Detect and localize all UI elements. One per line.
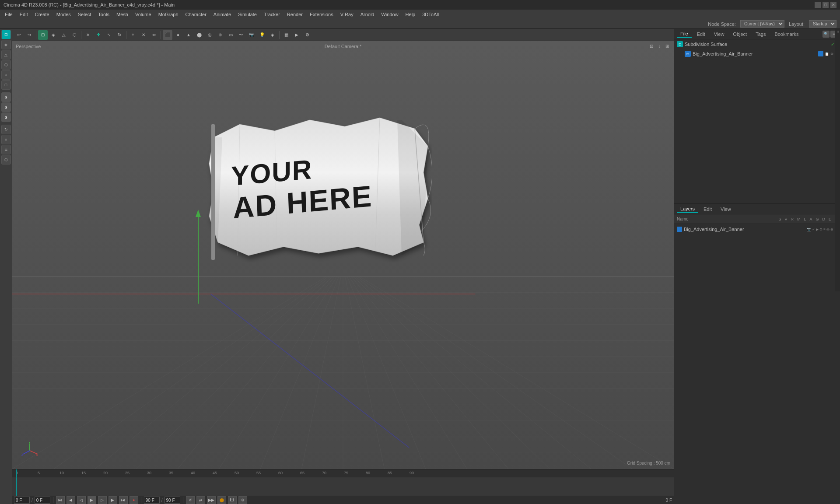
om-tab-bookmarks[interactable]: Bookmarks	[771, 31, 802, 38]
minimize-button[interactable]: —	[815, 2, 821, 8]
spline-btn[interactable]: 〜	[236, 30, 246, 40]
lp-tab-edit[interactable]: Edit	[700, 206, 715, 213]
om-search-icon[interactable]: 🔍	[822, 31, 830, 38]
tool-move[interactable]: ⊡	[1, 30, 11, 39]
go-start-button[interactable]: ⏮	[56, 496, 65, 504]
menu-file[interactable]: File	[2, 11, 16, 18]
mirror-btn[interactable]: ⇔	[149, 30, 159, 40]
menu-animate[interactable]: Animate	[210, 11, 234, 18]
om-item-banner[interactable]: ▭ Big_Advertising_Air_Banner 📋 ⚙ ◈	[674, 49, 840, 59]
menu-character[interactable]: Character	[182, 11, 210, 18]
tool-loop[interactable]: ↻	[1, 125, 11, 134]
menu-tools[interactable]: Tools	[95, 11, 112, 18]
play-all-btn[interactable]: ▶▶	[207, 496, 216, 504]
play-button[interactable]: ▶	[88, 496, 96, 504]
tool-s2[interactable]: S	[1, 102, 11, 112]
plane-btn[interactable]: ▭	[226, 30, 235, 40]
om-tab-file[interactable]: File	[677, 30, 692, 38]
cube-btn[interactable]: ⬛	[163, 30, 172, 40]
record-options-btn[interactable]: ⚙	[238, 496, 247, 504]
capsule-btn[interactable]: ⊕	[215, 30, 225, 40]
om-tab-edit[interactable]: Edit	[693, 31, 709, 38]
menu-edit[interactable]: Edit	[17, 11, 31, 18]
next-keyframe-button[interactable]: ▷	[98, 496, 107, 504]
viewport-icon-1[interactable]: ⊡	[648, 43, 654, 49]
vertex-mode[interactable]: ⬡	[70, 30, 79, 40]
new-btn[interactable]: +	[128, 30, 138, 40]
next-frame-button[interactable]: ▶	[108, 496, 117, 504]
texture-mode[interactable]: ◈	[49, 30, 58, 40]
model-mode[interactable]: ⊡	[38, 30, 48, 40]
tool-polygon[interactable]: ⬡	[1, 60, 11, 70]
delete-btn[interactable]: ✕	[139, 30, 148, 40]
tool-grid2[interactable]: ≣	[1, 145, 11, 154]
menu-window[interactable]: Window	[378, 11, 401, 18]
record-button[interactable]: ●	[130, 496, 138, 504]
menu-arnold[interactable]: Arnold	[357, 11, 378, 18]
menu-mograph[interactable]: MoGraph	[155, 11, 182, 18]
tool-grid[interactable]: ≡	[1, 135, 11, 144]
nano-label[interactable]: ≡	[836, 31, 840, 33]
menu-tracker[interactable]: Tracker	[261, 11, 283, 18]
layout-select[interactable]: Startup	[809, 20, 836, 28]
undo-button[interactable]: ↩	[14, 30, 24, 40]
lp-tab-view[interactable]: View	[717, 206, 735, 213]
close-button[interactable]: ✕	[830, 2, 836, 8]
camera-btn[interactable]: 📷	[247, 30, 256, 40]
material-btn[interactable]: ◈	[268, 30, 277, 40]
menu-extensions[interactable]: Extensions	[307, 11, 336, 18]
go-end-button[interactable]: ⏭	[119, 496, 128, 504]
menu-volume[interactable]: Volume	[132, 11, 154, 18]
prev-frame-button[interactable]: ◀	[66, 496, 75, 504]
cylinder-btn[interactable]: ⬤	[194, 30, 204, 40]
move-tool[interactable]: ✛	[94, 30, 103, 40]
render-region[interactable]: ▦	[281, 30, 291, 40]
prev-keyframe-button[interactable]: ◁	[77, 496, 86, 504]
om-tab-object[interactable]: Object	[729, 31, 750, 38]
sphere-btn[interactable]: ●	[173, 30, 183, 40]
select-tool[interactable]: ✕	[83, 30, 93, 40]
loop-btn[interactable]: ↺	[186, 496, 195, 504]
pingpong-btn[interactable]: ⇄	[196, 496, 205, 504]
om-item-subdivision[interactable]: ⊡ Subdivision Surface ✓ •	[674, 39, 840, 49]
end-frame-display[interactable]	[164, 497, 180, 504]
menu-simulate[interactable]: Simulate	[235, 11, 260, 18]
node-space-select[interactable]: Current (V-Ray)	[740, 20, 784, 28]
cone-btn[interactable]: ▲	[184, 30, 193, 40]
timeline-track[interactable]	[12, 477, 674, 496]
scale-tool[interactable]: ⤡	[104, 30, 114, 40]
torus-btn[interactable]: ◎	[205, 30, 214, 40]
menu-render[interactable]: Render	[284, 11, 306, 18]
lp-tab-layers[interactable]: Layers	[677, 205, 698, 213]
om-tab-view[interactable]: View	[710, 31, 728, 38]
viewport-icon-3[interactable]: ⊞	[664, 43, 670, 49]
maximize-button[interactable]: □	[822, 2, 829, 8]
light-btn[interactable]: 💡	[257, 30, 267, 40]
viewport[interactable]: Perspective Default Camera:* ⊡ ↓ ⊞	[12, 41, 674, 469]
timeline-ruler[interactable]: 0 5 10 15 20 25 30 35 40 45 50 55 60 65 …	[12, 469, 674, 477]
rotate-tool[interactable]: ↻	[115, 30, 124, 40]
render-settings[interactable]: ⚙	[302, 30, 312, 40]
layer-item-banner[interactable]: Big_Advertising_Air_Banner 📷 ✓ ▶ ⚙ ≡ ◎ ⊕…	[674, 224, 840, 234]
edge-mode[interactable]: △	[59, 30, 69, 40]
menu-mesh[interactable]: Mesh	[113, 11, 131, 18]
motion-clip-btn[interactable]: 🎞	[228, 496, 237, 504]
tool-s3[interactable]: S	[1, 112, 11, 122]
start-frame-input[interactable]	[35, 497, 50, 504]
auto-key-btn[interactable]: ⬤	[217, 496, 226, 504]
viewport-icon-2[interactable]: ↓	[656, 43, 662, 49]
tool-rect[interactable]: □	[1, 80, 11, 90]
render-view[interactable]: ▶	[292, 30, 301, 40]
tool-spline[interactable]: ○	[1, 70, 11, 80]
current-frame-input[interactable]	[14, 497, 30, 504]
tool-rotate[interactable]: ◈	[1, 40, 11, 49]
om-tab-tags[interactable]: Tags	[752, 31, 769, 38]
tool-hex[interactable]: ⬡	[1, 155, 11, 164]
menu-help[interactable]: Help	[402, 11, 419, 18]
menu-3dtoall[interactable]: 3DToAll	[419, 11, 442, 18]
menu-select[interactable]: Select	[75, 11, 94, 18]
menu-modes[interactable]: Modes	[53, 11, 74, 18]
tool-s1[interactable]: S	[1, 92, 11, 102]
menu-vray[interactable]: V-Ray	[337, 11, 357, 18]
redo-button[interactable]: ↪	[24, 30, 34, 40]
